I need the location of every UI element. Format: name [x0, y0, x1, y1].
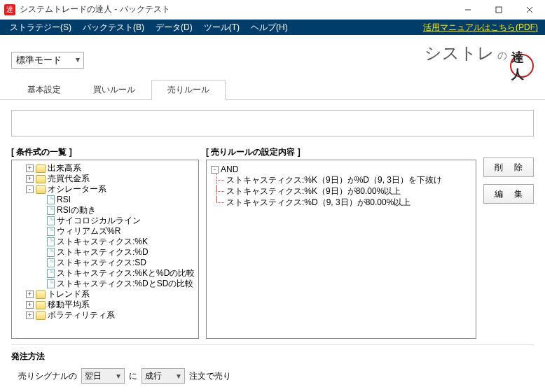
- tree-item[interactable]: ウィリアムズ%R: [13, 226, 197, 237]
- tree-item[interactable]: RSIの動き: [13, 205, 197, 216]
- svg-rect-1: [496, 7, 502, 13]
- document-icon: [47, 195, 55, 204]
- document-icon: [47, 269, 55, 278]
- order-suffix: 注文で売り: [189, 370, 231, 382]
- tree-node-label: ボラティリティ系: [48, 310, 115, 321]
- tree-folder[interactable]: +出来高系: [13, 163, 197, 174]
- document-icon: [47, 206, 55, 215]
- folder-icon: [36, 164, 46, 173]
- tree-item[interactable]: ストキャスティクス:SD: [13, 258, 197, 268]
- menu-backtest[interactable]: バックテスト(B): [77, 20, 150, 35]
- rule-item[interactable]: ストキャスティクス:%D（9, 3日）が80.00%以上: [211, 197, 471, 208]
- rule-root-label[interactable]: AND: [221, 164, 238, 174]
- folder-icon: [36, 186, 46, 194]
- tree-node-label: トレンド系: [48, 289, 90, 300]
- menu-tool[interactable]: ツール(T): [198, 20, 245, 35]
- menu-data[interactable]: データ(D): [150, 20, 198, 35]
- tree-folder[interactable]: +売買代金系: [13, 174, 197, 184]
- tree-node-label: RSI: [57, 195, 71, 205]
- order-ni: に: [129, 370, 137, 382]
- tree-node-label: ウィリアムズ%R: [57, 226, 120, 237]
- condition-list-label: [ 条件式の一覧 ]: [11, 146, 199, 158]
- order-section: 発注方法 売りシグナルの 翌日 に 成行 注文で売り: [11, 344, 534, 384]
- order-title: 発注方法: [11, 351, 534, 363]
- tree-item[interactable]: ストキャスティクス:%D: [13, 247, 197, 258]
- tree-node-label: サイコロジカルライン: [57, 216, 141, 226]
- manual-link[interactable]: 活用マニュアルはこちら(PDF): [420, 20, 541, 35]
- tab-row: 基本設定 買いルール 売りルール: [0, 76, 545, 100]
- tree-node-label: 売買代金系: [48, 174, 90, 184]
- toolbar: 標準モード シストレの達人: [0, 35, 545, 76]
- folder-icon: [36, 175, 46, 183]
- logo-circle-icon: 達人: [510, 54, 534, 78]
- tree-folder[interactable]: +移動平均系: [13, 300, 197, 310]
- tree-node-label: 出来高系: [48, 163, 81, 174]
- tree-node-label: ストキャスティクス:%D: [57, 247, 149, 258]
- rule-item[interactable]: ストキャスティクス:%K（9日）が80.00%以上: [211, 186, 471, 197]
- document-icon: [47, 279, 55, 288]
- tree-node-label: 移動平均系: [48, 300, 90, 310]
- window-title: システムトレードの達人 - バックテスト: [20, 4, 453, 15]
- logo-small: の: [497, 50, 507, 62]
- delete-button[interactable]: 削 除: [483, 158, 534, 177]
- document-icon: [47, 248, 55, 257]
- tree-toggle-icon[interactable]: +: [26, 290, 34, 298]
- titlebar: 達 システムトレードの達人 - バックテスト: [0, 0, 545, 20]
- app-icon: 達: [4, 4, 15, 15]
- menu-help[interactable]: ヘルプ(H): [245, 20, 294, 35]
- menubar: ストラテジー(S) バックテスト(B) データ(D) ツール(T) ヘルプ(H)…: [0, 20, 545, 35]
- tree-folder[interactable]: -オシレーター系: [13, 184, 197, 195]
- logo: シストレの達人: [425, 42, 534, 75]
- tree-item[interactable]: ストキャスティクス:%Kと%Dの比較: [13, 268, 197, 279]
- tree-node-label: ストキャスティクス:%K: [57, 237, 148, 247]
- document-icon: [47, 258, 55, 267]
- tab-basic[interactable]: 基本設定: [11, 80, 77, 100]
- rule-tree[interactable]: - AND ストキャスティクス:%K（9日）が%D（9, 3日）を下抜けストキャ…: [206, 160, 476, 339]
- tree-node-label: ストキャスティクス:%Kと%Dの比較: [57, 268, 195, 279]
- menu-strategy[interactable]: ストラテジー(S): [4, 20, 77, 35]
- document-icon: [47, 227, 55, 236]
- rule-toggle-icon[interactable]: -: [211, 166, 219, 174]
- tab-buy-rule[interactable]: 買いルール: [77, 80, 151, 100]
- maximize-button[interactable]: [483, 0, 514, 20]
- folder-icon: [36, 290, 46, 299]
- tree-toggle-icon[interactable]: +: [26, 175, 34, 183]
- document-icon: [47, 237, 55, 246]
- tree-toggle-icon[interactable]: +: [26, 164, 34, 172]
- tree-item[interactable]: ストキャスティクス:%K: [13, 237, 197, 247]
- tree-node-label: ストキャスティクス:%DとSDの比較: [57, 279, 193, 289]
- tree-node-label: RSIの動き: [57, 205, 96, 216]
- condition-tree[interactable]: +出来高系+売買代金系-オシレーター系RSIRSIの動きサイコロジカルラインウィ…: [11, 160, 199, 339]
- tree-toggle-icon[interactable]: +: [26, 312, 34, 319]
- tree-item[interactable]: サイコロジカルライン: [13, 216, 197, 226]
- edit-button[interactable]: 編 集: [483, 184, 534, 204]
- tree-item[interactable]: RSI: [13, 195, 197, 205]
- tree-folder[interactable]: +ボラティリティ系: [13, 310, 197, 321]
- order-day-select[interactable]: 翌日: [81, 368, 125, 384]
- close-button[interactable]: [514, 0, 545, 20]
- order-type-select[interactable]: 成行: [142, 368, 185, 384]
- logo-text: シストレ: [425, 42, 495, 64]
- tree-item[interactable]: ストキャスティクス:%DとSDの比較: [13, 279, 197, 289]
- rule-label: [ 売りルールの設定内容 ]: [206, 146, 476, 158]
- tree-folder[interactable]: +トレンド系: [13, 289, 197, 300]
- minimize-button[interactable]: [453, 0, 483, 20]
- rule-item[interactable]: ストキャスティクス:%K（9日）が%D（9, 3日）を下抜け: [211, 174, 471, 186]
- tree-node-label: ストキャスティクス:SD: [57, 258, 146, 268]
- folder-icon: [36, 312, 46, 320]
- tree-node-label: オシレーター系: [48, 184, 106, 195]
- tab-sell-rule[interactable]: 売りルール: [151, 80, 226, 100]
- folder-icon: [36, 301, 46, 309]
- blank-input-area: [11, 110, 534, 136]
- mode-select[interactable]: 標準モード: [11, 52, 84, 69]
- document-icon: [47, 216, 55, 225]
- tree-toggle-icon[interactable]: +: [26, 301, 34, 309]
- tree-toggle-icon[interactable]: -: [26, 186, 34, 193]
- order-signal-label: 売りシグナルの: [18, 370, 77, 382]
